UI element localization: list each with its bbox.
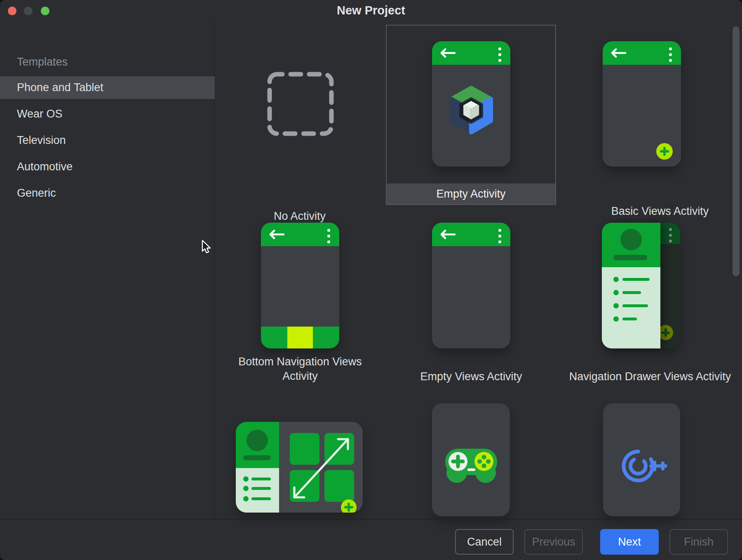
- cpp-logo-icon: [620, 447, 667, 485]
- bottom-nav-bar: [261, 327, 339, 348]
- footer: Cancel Previous Next Finish: [0, 519, 742, 560]
- kebab-menu-icon: [327, 229, 330, 243]
- template-card-bottom-navigation-views-activity[interactable]: Bottom Navigation Views Activity: [236, 219, 368, 404]
- scrollbar-thumb[interactable]: [733, 26, 740, 276]
- drawer-list-item: [613, 290, 619, 295]
- card-label: Basic Views Activity: [594, 204, 726, 219]
- template-card-tablet-responsive[interactable]: [236, 422, 363, 513]
- phone-mockup: [261, 223, 339, 348]
- new-project-dialog: New Project Templates Phone and Tablet W…: [0, 0, 742, 560]
- template-card-empty-activity[interactable]: Empty Activity: [386, 25, 556, 205]
- card-label: Bottom Navigation Views Activity: [236, 355, 364, 384]
- template-grid: No Activity: [215, 21, 742, 519]
- template-card-game-activity[interactable]: [432, 403, 510, 516]
- phone-mockup: [432, 41, 510, 167]
- back-arrow-icon: [268, 230, 285, 239]
- template-card-navigation-drawer-views-activity[interactable]: Navigation Drawer Views Activity: [555, 219, 742, 404]
- compose-logo-icon: [446, 85, 496, 136]
- dashed-placeholder-icon: [267, 71, 334, 136]
- app-bar: [432, 41, 510, 65]
- drawer-list-item: [613, 277, 619, 282]
- drawer-body: [602, 267, 660, 348]
- app-bar: [261, 223, 339, 246]
- finish-button: Finish: [669, 529, 728, 555]
- template-card-basic-views-activity[interactable]: Basic Views Activity: [586, 38, 734, 211]
- window-title: New Project: [0, 4, 742, 17]
- sidebar-header: Templates: [17, 56, 68, 68]
- gamepad-icon: [444, 448, 498, 484]
- kebab-menu-icon: [498, 47, 501, 62]
- back-arrow-icon: [610, 48, 627, 58]
- app-bar: [432, 223, 510, 246]
- drawer-list-item: [613, 316, 619, 322]
- resize-arrow-icon: [236, 422, 363, 513]
- sidebar-item-television[interactable]: Television: [0, 129, 215, 152]
- avatar-icon: [620, 229, 642, 250]
- cancel-button[interactable]: Cancel: [455, 529, 514, 555]
- drawer-header: [602, 223, 660, 267]
- back-arrow-icon: [439, 48, 456, 58]
- kebab-menu-icon: [498, 229, 501, 243]
- sidebar-item-phone-and-tablet[interactable]: Phone and Tablet: [0, 76, 215, 99]
- kebab-menu-icon: [669, 228, 672, 242]
- drawer-list-item: [613, 303, 619, 308]
- back-arrow-icon: [439, 230, 456, 239]
- next-button[interactable]: Next: [600, 529, 659, 555]
- template-card-no-activity[interactable]: No Activity: [258, 54, 390, 199]
- template-card-empty-views-activity[interactable]: Empty Views Activity: [405, 219, 537, 404]
- card-label: Navigation Drawer Views Activity: [564, 369, 737, 384]
- nav-drawer-panel: [602, 223, 660, 348]
- sidebar-item-generic[interactable]: Generic: [0, 182, 215, 205]
- previous-button: Previous: [524, 529, 583, 555]
- selected-card-label: Empty Activity: [387, 184, 555, 204]
- card-label: Empty Views Activity: [405, 369, 537, 384]
- template-card-native-cpp[interactable]: [603, 403, 680, 516]
- fab-plus-icon: [656, 143, 673, 160]
- fab-plus-icon: [341, 499, 357, 513]
- avatar-name-bar: [613, 255, 647, 260]
- sidebar: Templates Phone and Tablet Wear OS Telev…: [0, 21, 215, 519]
- bottom-nav-selected-tab: [287, 327, 313, 348]
- titlebar: New Project: [0, 0, 742, 21]
- app-bar: [603, 41, 681, 65]
- sidebar-item-wear-os[interactable]: Wear OS: [0, 103, 215, 125]
- kebab-menu-icon: [669, 47, 672, 62]
- phone-mockup: [603, 41, 681, 167]
- phone-mockup: [432, 223, 510, 348]
- sidebar-item-automotive[interactable]: Automotive: [0, 155, 215, 178]
